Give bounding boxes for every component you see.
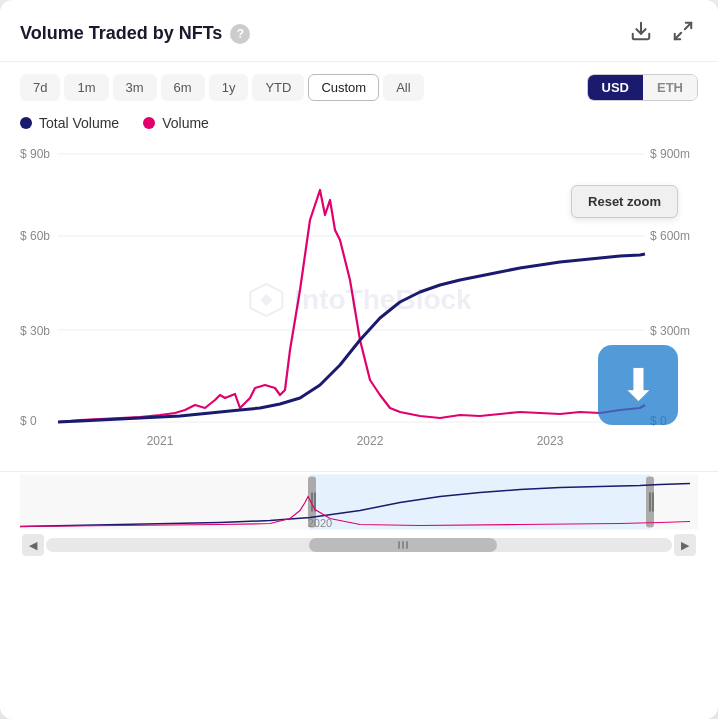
legend-dot-total [20,117,32,129]
filter-ytd[interactable]: YTD [252,74,304,101]
scroll-thumb-handle [398,541,408,549]
filter-3m[interactable]: 3m [113,74,157,101]
time-filters: 7d 1m 3m 6m 1y YTD Custom All [20,74,424,101]
handle-line-3 [406,541,408,549]
svg-text:$ 60b: $ 60b [20,229,50,243]
filter-custom[interactable]: Custom [308,74,379,101]
header-actions [626,18,698,49]
navigator-svg: 2020 [20,472,698,532]
svg-text:$ 90b: $ 90b [20,147,50,161]
navigator-area: 2020 ◀ ▶ [0,471,718,561]
filter-6m[interactable]: 6m [161,74,205,101]
legend-total-volume: Total Volume [20,115,119,131]
scroll-right-arrow[interactable]: ▶ [674,534,696,556]
toolbar: 7d 1m 3m 6m 1y YTD Custom All USD ETH [0,62,718,109]
expand-button[interactable] [668,18,698,49]
filter-all[interactable]: All [383,74,423,101]
handle-line-1 [398,541,400,549]
header-left: Volume Traded by NFTs ? [20,23,250,44]
svg-text:$ 30b: $ 30b [20,324,50,338]
filter-1m[interactable]: 1m [64,74,108,101]
handle-line-2 [402,541,404,549]
legend-dot-volume [143,117,155,129]
card-header: Volume Traded by NFTs ? [0,0,718,62]
legend-label-total: Total Volume [39,115,119,131]
svg-rect-19 [310,475,650,530]
svg-text:$ 0: $ 0 [20,414,37,428]
legend-label-volume: Volume [162,115,209,131]
main-card: Volume Traded by NFTs ? [0,0,718,719]
svg-text:$ 600m: $ 600m [650,229,690,243]
filter-7d[interactable]: 7d [20,74,60,101]
navigator-scrollbar: ◀ ▶ [20,534,698,556]
download-button[interactable] [626,18,656,49]
svg-text:2022: 2022 [357,434,384,448]
scroll-thumb[interactable] [309,538,497,552]
currency-toggle: USD ETH [587,74,698,101]
svg-text:$ 900m: $ 900m [650,147,690,161]
currency-eth[interactable]: ETH [643,75,697,100]
svg-text:$ 0: $ 0 [650,414,667,428]
svg-text:2020: 2020 [308,517,332,529]
legend: Total Volume Volume [0,109,718,135]
filter-1y[interactable]: 1y [209,74,249,101]
svg-text:$ 300m: $ 300m [650,324,690,338]
help-icon[interactable]: ? [230,24,250,44]
scroll-left-arrow[interactable]: ◀ [22,534,44,556]
svg-text:2023: 2023 [537,434,564,448]
scroll-track [46,538,672,552]
svg-text:2021: 2021 [147,434,174,448]
reset-zoom-button[interactable]: Reset zoom [571,185,678,218]
currency-usd[interactable]: USD [588,75,643,100]
page-title: Volume Traded by NFTs [20,23,222,44]
legend-volume: Volume [143,115,209,131]
chart-area: IntoTheBlock Reset zoom ⬇ $ 90b $ 60b $ … [0,135,718,465]
